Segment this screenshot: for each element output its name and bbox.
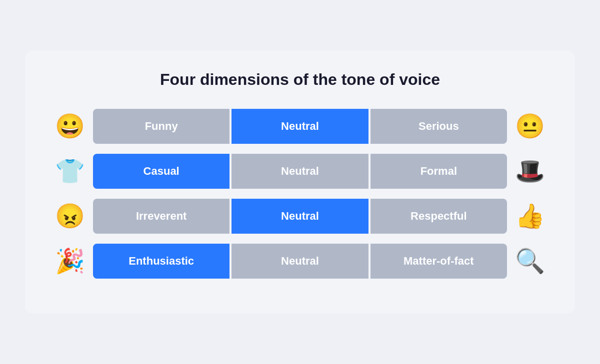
segments-0: FunnyNeutralSerious (93, 109, 507, 144)
emoji-right-0: 😐 (515, 112, 545, 140)
segment-3-1[interactable]: Neutral (232, 244, 368, 279)
segment-1-2[interactable]: Formal (370, 154, 507, 189)
segment-2-1[interactable]: Neutral (232, 199, 368, 234)
dimension-row-1: 👕CasualNeutralFormal🎩 (55, 154, 545, 189)
segment-1-1[interactable]: Neutral (232, 154, 368, 189)
dimension-row-3: 🎉EnthusiasticNeutralMatter-of-fact🔍 (55, 244, 545, 279)
segment-0-0[interactable]: Funny (93, 109, 230, 144)
emoji-left-0: 😀 (55, 112, 85, 140)
emoji-left-1: 👕 (55, 157, 85, 185)
dimension-row-0: 😀FunnyNeutralSerious😐 (55, 109, 545, 144)
segment-2-2[interactable]: Respectful (370, 199, 507, 234)
dimension-row-2: 😠IrreverentNeutralRespectful👍 (55, 199, 545, 234)
emoji-left-3: 🎉 (55, 247, 85, 275)
segment-3-0[interactable]: Enthusiastic (93, 244, 230, 279)
segment-0-1[interactable]: Neutral (232, 109, 368, 144)
emoji-right-3: 🔍 (515, 247, 545, 275)
segments-3: EnthusiasticNeutralMatter-of-fact (93, 244, 507, 279)
segment-0-2[interactable]: Serious (370, 109, 507, 144)
emoji-right-2: 👍 (515, 202, 545, 230)
page-title: Four dimensions of the tone of voice (55, 70, 545, 89)
segment-2-0[interactable]: Irreverent (93, 199, 230, 234)
segment-1-0[interactable]: Casual (93, 154, 230, 189)
segment-3-2[interactable]: Matter-of-fact (370, 244, 507, 279)
emoji-right-1: 🎩 (515, 157, 545, 185)
segments-1: CasualNeutralFormal (93, 154, 507, 189)
segments-2: IrreverentNeutralRespectful (93, 199, 507, 234)
main-card: Four dimensions of the tone of voice 😀Fu… (25, 50, 575, 314)
emoji-left-2: 😠 (55, 202, 85, 230)
